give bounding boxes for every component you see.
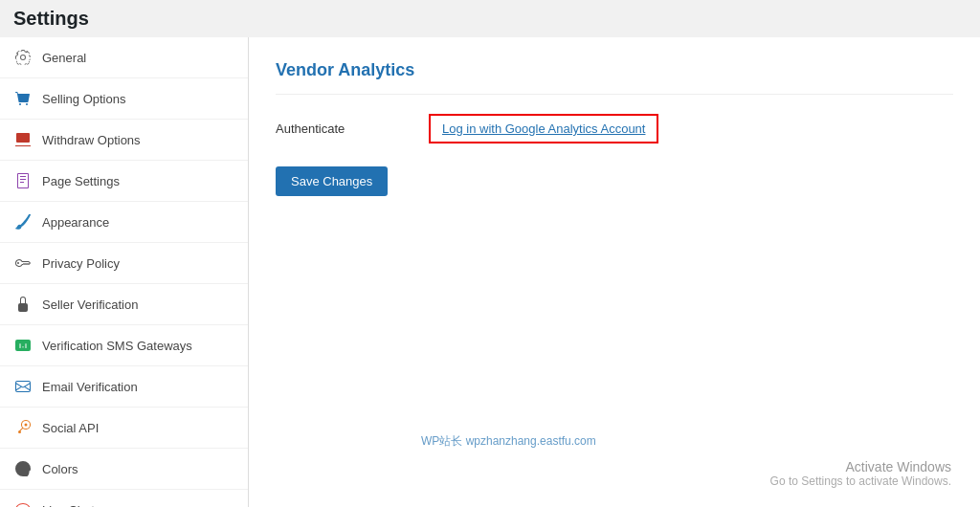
sidebar-item-seller-label: Seller Verification: [42, 298, 138, 312]
chat-icon: [13, 500, 33, 507]
page-title: Settings: [0, 0, 980, 37]
sidebar-item-verification-sms[interactable]: Verification SMS Gateways: [0, 325, 248, 366]
sidebar-item-live-chat[interactable]: Live Chat: [0, 490, 248, 507]
authenticate-label: Authenticate: [276, 121, 429, 136]
activate-windows-subtitle: Go to Settings to activate Windows.: [770, 474, 951, 488]
google-analytics-link[interactable]: Log in with Google Analytics Account: [442, 121, 645, 136]
sidebar-item-page-settings[interactable]: Page Settings: [0, 161, 248, 202]
sidebar-item-withdraw-options[interactable]: Withdraw Options: [0, 120, 248, 161]
sidebar-item-live-chat-label: Live Chat: [42, 503, 95, 508]
withdraw-icon: [13, 130, 33, 149]
sidebar-item-sms-label: Verification SMS Gateways: [42, 339, 192, 353]
sidebar-item-selling-label: Selling Options: [42, 92, 125, 106]
sidebar-item-email-verification[interactable]: Email Verification: [0, 366, 248, 408]
colors-icon: [13, 459, 33, 478]
section-title: Vendor Analytics: [276, 60, 953, 95]
sidebar-item-seller-verification[interactable]: Seller Verification: [0, 284, 248, 325]
sidebar-item-social-api[interactable]: Social API: [0, 408, 248, 449]
svg-rect-0: [16, 133, 30, 143]
sms-icon: [13, 336, 33, 355]
watermark: WP站长 wpzhanzhang.eastfu.com: [421, 433, 596, 450]
sidebar-item-colors[interactable]: Colors: [0, 449, 248, 490]
sidebar-item-general[interactable]: General: [0, 37, 248, 78]
authenticate-row: Authenticate Log in with Google Analytic…: [276, 114, 953, 143]
auth-link-box: Log in with Google Analytics Account: [429, 114, 658, 143]
sidebar: General Selling Options Withdraw Op: [0, 37, 249, 507]
sidebar-item-colors-label: Colors: [42, 462, 78, 476]
sidebar-item-withdraw-label: Withdraw Options: [42, 133, 141, 147]
social-icon: [13, 418, 33, 437]
page-icon: [13, 171, 33, 190]
main-content: Vendor Analytics Authenticate Log in wit…: [249, 37, 980, 507]
sidebar-item-social-label: Social API: [42, 421, 99, 435]
sidebar-item-general-label: General: [42, 51, 86, 65]
svg-point-2: [25, 424, 28, 427]
gear-icon: [13, 48, 33, 67]
key-icon: [13, 254, 33, 273]
sidebar-item-privacy-policy[interactable]: Privacy Policy: [0, 243, 248, 284]
save-changes-button[interactable]: Save Changes: [276, 166, 388, 196]
sidebar-item-selling-options[interactable]: Selling Options: [0, 78, 248, 120]
cart-icon: [13, 89, 33, 108]
activate-windows: Activate Windows Go to Settings to activ…: [770, 459, 951, 488]
save-changes-row: Save Changes: [276, 166, 953, 196]
sidebar-item-appearance-label: Appearance: [42, 215, 109, 230]
sidebar-item-email-label: Email Verification: [42, 380, 138, 394]
sidebar-item-privacy-label: Privacy Policy: [42, 256, 120, 271]
brush-icon: [13, 212, 33, 231]
lock-icon: [13, 295, 33, 314]
svg-point-1: [18, 430, 21, 433]
sidebar-item-appearance[interactable]: Appearance: [0, 202, 248, 243]
activate-windows-title: Activate Windows: [770, 459, 951, 474]
sidebar-item-page-settings-label: Page Settings: [42, 174, 120, 188]
email-icon: [13, 377, 33, 396]
